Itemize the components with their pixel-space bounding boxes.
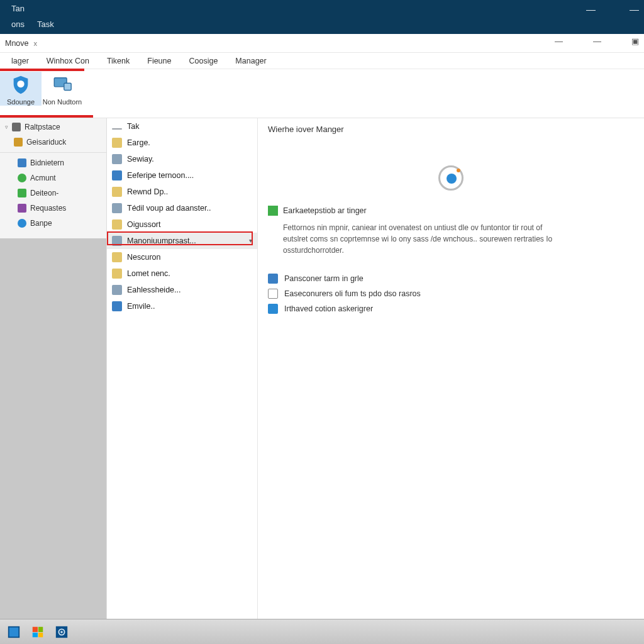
outer-titlebar: Tan ons Task — — [0,0,644,34]
ribbon-label: Non Nudtorn [43,98,82,106]
main-area: ▿ Raltpstace Geisariduck Bidnietern Acmu… [0,118,644,619]
highlight-box [0,115,93,118]
action-link[interactable]: Pansconer tarm in grle [268,271,634,286]
outer-tab[interactable]: Tan [5,1,60,16]
menu-item[interactable]: Tédil voup ad daanster.. [107,200,257,216]
restore-button[interactable]: ▣ [631,36,639,46]
menu-item[interactable]: Earge. [107,135,257,151]
tab-title: Mnove [5,39,29,48]
folder-icon [12,123,21,131]
doc-icon [268,289,278,299]
tree-node[interactable]: Banpe [0,216,106,231]
nav-tree: ▿ Raltpstace Geisariduck Bidnietern Acmu… [0,118,107,619]
svg-rect-2 [64,83,71,90]
grid-icon [18,204,26,213]
taskbar [0,619,644,644]
close-icon[interactable]: x [33,40,38,47]
item-label: Emvile.. [127,301,155,312]
building-icon [112,154,122,164]
menu-item[interactable]: Manager [226,55,275,67]
svg-rect-8 [38,632,43,636]
window-tab[interactable]: Mnove x [5,39,37,48]
list-icon [112,269,122,279]
disk-icon [112,203,122,213]
ribbon-button-network[interactable]: Non Nudtorn [42,72,83,106]
svg-rect-4 [9,627,19,636]
menu-item[interactable]: Rewnd Dp.. [107,184,257,200]
gear-icon [18,219,26,228]
taskbar-item-settings[interactable] [53,623,70,641]
action-link[interactable]: Irthaved cotion askerigrer [268,301,634,316]
menu-item[interactable]: Winhox Con [38,55,98,67]
item-label: Tédil voup ad daanster.. [127,203,211,214]
menu-item[interactable]: Nescuron [107,249,257,265]
tree-node[interactable]: Bidnietern [0,155,106,170]
doc-icon [112,187,122,197]
action-link[interactable]: Easeconurers oli fum ts pdo dso rasros [268,286,634,301]
folder-icon [112,252,122,262]
tree-node[interactable]: Acmunt [0,170,106,186]
menu-item[interactable]: Sewiay. [107,151,257,167]
mail-icon [112,301,122,311]
menu-item-selected[interactable]: Manoniuumprsast...▾ [107,233,257,249]
archive-icon [112,285,122,295]
menu-item[interactable]: lager [3,55,38,67]
outer-tab[interactable]: ons [5,17,31,31]
item-label: Nescuron [127,252,161,263]
excel-icon [268,206,278,216]
minimize-icon[interactable]: — [586,4,596,14]
tree-node[interactable]: Deiteon- [0,186,106,201]
item-label: Eeferipe ternoon.... [127,170,194,181]
dash-icon [112,128,122,130]
svg-rect-5 [33,626,38,631]
window-controls: — — ▣ [555,36,639,46]
item-label: Tak [127,121,139,132]
heading-text: Earkaetepstiob ar tinger [283,206,367,215]
tree-node[interactable]: Requastes [0,201,106,216]
tree-label: Banpe [30,218,52,229]
ribbon-button-storage[interactable]: Sdounge [0,72,42,106]
menu-item[interactable]: Oigussort [107,216,257,233]
item-label: Manoniuumprsast... [127,235,196,247]
outer-window-controls: — — [586,4,639,14]
item-label: Eahlessheide... [127,284,180,296]
page-title: Wierhe iover Manger [268,125,634,134]
taskbar-item-store[interactable] [29,623,47,641]
menu-item[interactable]: Emvile.. [107,298,257,314]
svg-point-11 [60,631,63,633]
tree-node[interactable]: Geisariduck [0,135,106,150]
menu-item[interactable]: Fieune [138,55,180,67]
minimize-icon[interactable]: — [630,4,639,14]
menubar: lager Winhox Con Tikenk Fieune Coosige M… [0,53,644,69]
menu-item[interactable]: Lomet nenc. [107,265,257,282]
highlight-box [0,69,84,71]
tree-node[interactable]: ▿ Raltpstace [0,119,106,135]
svg-rect-6 [38,626,43,631]
outer-tab[interactable]: Task [31,17,60,31]
file-icon [112,138,122,148]
item-label: Oigussort [127,219,161,230]
ribbon-label: Sdounge [7,98,35,106]
minimize-button[interactable]: — [555,36,563,46]
tree-label: Bidnietern [30,157,64,169]
menu-item[interactable]: Eahlessheide... [107,282,257,298]
chevron-down-icon: ▾ [249,235,252,247]
menu-item[interactable]: Coosige [180,55,226,67]
svg-point-0 [17,80,24,87]
hero-icon-area [268,165,634,191]
taskbar-item-windows[interactable] [5,623,23,641]
tree-label: Deiteon- [30,187,58,199]
section-heading: Earkaetepstiob ar tinger [268,206,634,216]
menu-item[interactable]: Tikenk [98,55,138,67]
maximize-button[interactable]: — [593,36,601,46]
menu-item[interactable]: Eeferipe ternoon.... [107,167,257,184]
tree-label: Raltpstace [25,121,60,133]
windows-icon [7,625,21,639]
content-panel: Wierhe iover Manger Earkaetepstiob ar ti… [258,118,644,619]
item-label: Earge. [127,137,150,148]
wizard-icon [268,274,278,284]
disk-icon [18,158,26,167]
description-text: Fettornos nin mpnir, caniear int ovenate… [283,222,553,256]
menu-item[interactable]: Tak [107,118,257,135]
item-label: Lomet nenc. [127,268,170,279]
